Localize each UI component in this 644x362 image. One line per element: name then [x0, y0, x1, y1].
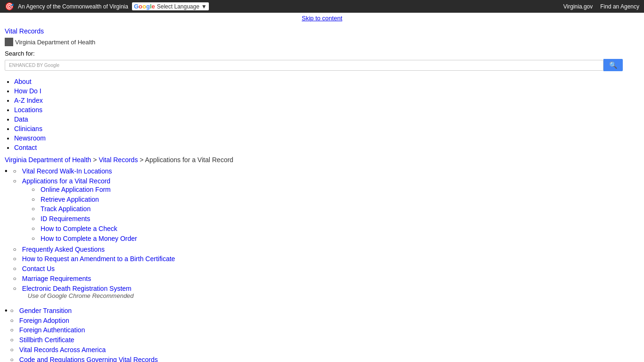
- sub-item-marriage: Marriage Requirements: [13, 274, 175, 284]
- applications-sub-list: Online Application Form Retrieve Applica…: [22, 185, 137, 244]
- link-amendment[interactable]: How to Request an Amendment to a Birth C…: [22, 255, 175, 263]
- nav-link-clinicians[interactable]: Clinicians: [14, 125, 42, 132]
- nav-link-how-do-i[interactable]: How Do I: [14, 87, 41, 95]
- top-bar-right: Virginia.gov Find an Agency: [563, 3, 639, 10]
- select-language-label: Select Language: [157, 3, 199, 10]
- sub-item-edrs: Electronic Death Registration System Use…: [13, 284, 175, 300]
- skip-to-content-link[interactable]: Skip to content: [0, 14, 644, 23]
- top-bar-left: 🎯 An Agency of the Commonwealth of Virgi…: [5, 2, 209, 11]
- nav-link-az-index[interactable]: A-Z Index: [14, 97, 43, 104]
- content-nav: Vital Record Walk-In Locations Applicati…: [0, 165, 644, 362]
- search-input[interactable]: [62, 62, 599, 69]
- vdh-logo-icon: [5, 38, 13, 46]
- content-nav-section-1: Vital Record Walk-In Locations Applicati…: [5, 165, 639, 301]
- content-nav-section-2-outer: Gender Transition Foreign Adoption Forei…: [5, 305, 639, 362]
- sub-item-amendment: How to Request an Amendment to a Birth C…: [13, 254, 175, 264]
- virginia-gov-link[interactable]: Virginia.gov: [563, 3, 593, 10]
- google-g-icon: Google: [134, 3, 155, 10]
- sub-item-code-regs: Code and Regulations Governing Vital Rec…: [10, 355, 158, 362]
- breadcrumb-vdh-link[interactable]: Virginia Department of Health: [5, 156, 91, 164]
- nav-link-newsroom[interactable]: Newsroom: [14, 134, 46, 142]
- va-agency-icon: 🎯: [5, 2, 14, 11]
- nav-link-about[interactable]: About: [14, 78, 32, 85]
- content-nav-section-2-bullet: Gender Transition Foreign Adoption Forei…: [5, 305, 639, 362]
- search-label: Search for:: [5, 50, 639, 57]
- section-gap: [5, 301, 639, 305]
- nav-item-newsroom: Newsroom: [14, 133, 639, 143]
- breadcrumb-separator-2: >: [140, 156, 145, 164]
- link-walk-in-locations[interactable]: Vital Record Walk-In Locations: [22, 167, 112, 175]
- main-nav: About How Do I A-Z Index Locations Data …: [0, 75, 644, 152]
- content-nav-bullet: Vital Record Walk-In Locations Applicati…: [5, 165, 639, 301]
- breadcrumb-separator-1: >: [93, 156, 99, 164]
- sub-sub-item-online-form: Online Application Form: [32, 185, 137, 195]
- applications-group: Applications for a Vital Record Online A…: [22, 177, 137, 244]
- vital-records-link[interactable]: Vital Records: [5, 27, 44, 35]
- search-form: ENHANCED BY Google 🔍: [5, 59, 639, 71]
- nav-link-locations[interactable]: Locations: [14, 106, 42, 114]
- enhanced-by-google-label: ENHANCED BY Google: [9, 63, 59, 68]
- breadcrumb-current: Applications for a Vital Record: [145, 156, 233, 164]
- skip-link-container: Skip to content: [0, 13, 644, 24]
- nav-item-clinicians: Clinicians: [14, 124, 639, 133]
- sub-item-gender: Gender Transition: [10, 306, 158, 316]
- sub-sub-item-id: ID Requirements: [32, 214, 137, 224]
- search-area: Search for: ENHANCED BY Google 🔍: [0, 48, 644, 75]
- link-vital-records-america[interactable]: Vital Records Across America: [19, 346, 106, 354]
- link-edrs[interactable]: Electronic Death Registration System: [22, 285, 132, 292]
- find-agency-link[interactable]: Find an Agency: [600, 3, 639, 10]
- sub-sub-item-money-order: How to Complete a Money Order: [32, 234, 137, 244]
- chrome-note: Use of Google Chrome Recommended: [22, 292, 134, 299]
- content-nav-section-1-items: Vital Record Walk-In Locations Applicati…: [13, 166, 175, 300]
- link-foreign-adoption[interactable]: Foreign Adoption: [19, 317, 69, 324]
- nav-item-about: About: [14, 77, 639, 86]
- agency-text: An Agency of the Commonwealth of Virgini…: [18, 3, 128, 10]
- translate-dropdown-icon: ▼: [201, 3, 207, 10]
- link-faq[interactable]: Frequently Asked Questions: [22, 246, 105, 253]
- vdh-logo: Virginia Department of Health: [5, 38, 95, 46]
- sub-sub-item-retrieve: Retrieve Application: [32, 195, 137, 205]
- logo-area: Virginia Department of Health: [0, 36, 644, 48]
- link-foreign-authentication[interactable]: Foreign Authentication: [19, 326, 85, 334]
- link-complete-money-order[interactable]: How to Complete a Money Order: [41, 235, 137, 242]
- vital-records-title-area: Vital Records: [0, 24, 644, 36]
- sub-item-foreign-auth: Foreign Authentication: [10, 325, 158, 335]
- main-nav-list: About How Do I A-Z Index Locations Data …: [5, 75, 639, 152]
- search-icon: 🔍: [609, 61, 617, 69]
- nav-link-contact[interactable]: Contact: [14, 144, 37, 151]
- content-sub-list-1: Vital Record Walk-In Locations Applicati…: [13, 166, 175, 300]
- link-marriage-requirements[interactable]: Marriage Requirements: [22, 275, 91, 282]
- nav-item-locations: Locations: [14, 105, 639, 115]
- search-input-wrapper: ENHANCED BY Google: [5, 60, 603, 71]
- nav-item-az-index: A-Z Index: [14, 96, 639, 105]
- content-sub-list-2: Gender Transition Foreign Adoption Forei…: [10, 306, 158, 362]
- link-code-regulations[interactable]: Code and Regulations Governing Vital Rec…: [19, 356, 158, 362]
- nav-item-contact: Contact: [14, 143, 639, 152]
- vdh-logo-text: Virginia Department of Health: [15, 39, 95, 46]
- nav-item-how-do-i: How Do I: [14, 86, 639, 96]
- link-gender-transition[interactable]: Gender Transition: [19, 307, 72, 314]
- sub-item-walk-in: Vital Record Walk-In Locations: [13, 166, 175, 176]
- sub-sub-item-track: Track Application: [32, 204, 137, 214]
- sub-item-contact-us: Contact Us: [13, 264, 175, 274]
- link-applications[interactable]: Applications for a Vital Record: [22, 177, 110, 185]
- nav-item-data: Data: [14, 115, 639, 124]
- nav-link-data[interactable]: Data: [14, 115, 28, 123]
- google-translate-widget[interactable]: Google Select Language ▼: [132, 2, 209, 10]
- link-track-application[interactable]: Track Application: [41, 205, 91, 213]
- link-contact-us[interactable]: Contact Us: [22, 265, 55, 272]
- search-button[interactable]: 🔍: [603, 59, 623, 71]
- link-complete-check[interactable]: How to Complete a Check: [41, 225, 117, 232]
- sub-item-foreign-adoption: Foreign Adoption: [10, 316, 158, 326]
- sub-item-vital-records-america: Vital Records Across America: [10, 345, 158, 355]
- link-online-application[interactable]: Online Application Form: [41, 186, 111, 193]
- breadcrumb-vital-records-link[interactable]: Vital Records: [99, 156, 138, 164]
- sub-sub-item-check: How to Complete a Check: [32, 224, 137, 234]
- sub-item-stillbirth: Stillbirth Certificate: [10, 335, 158, 345]
- link-retrieve-application[interactable]: Retrieve Application: [41, 196, 99, 203]
- link-id-requirements[interactable]: ID Requirements: [41, 215, 90, 222]
- sub-item-applications: Applications for a Vital Record Online A…: [13, 176, 175, 245]
- link-stillbirth-certificate[interactable]: Stillbirth Certificate: [19, 336, 74, 344]
- sub-item-faq: Frequently Asked Questions: [13, 245, 175, 255]
- top-bar: 🎯 An Agency of the Commonwealth of Virgi…: [0, 0, 644, 13]
